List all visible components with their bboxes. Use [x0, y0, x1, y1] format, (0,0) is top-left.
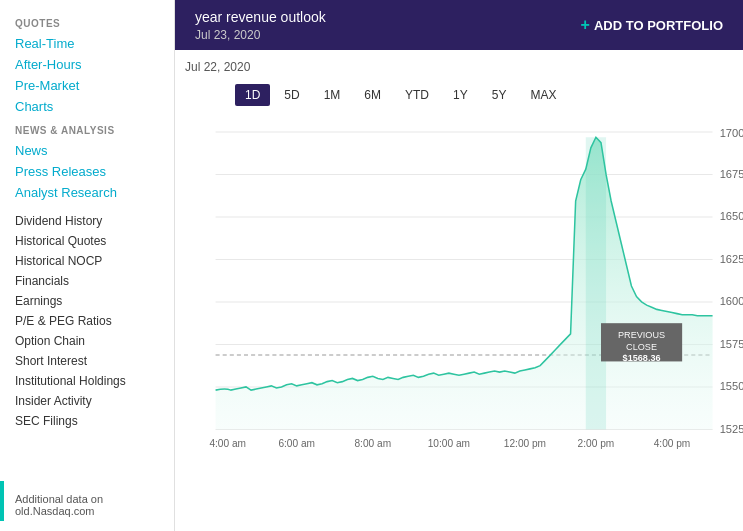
sidebar-item-sec-filings[interactable]: SEC Filings: [0, 411, 174, 431]
sidebar-item-dividend-history[interactable]: Dividend History: [0, 211, 174, 231]
time-btn-max[interactable]: MAX: [520, 84, 566, 106]
svg-text:1675: 1675: [720, 168, 743, 180]
svg-text:6:00 am: 6:00 am: [278, 438, 315, 449]
chart-date-label: Jul 22, 2020: [175, 50, 743, 79]
svg-text:1625: 1625: [720, 253, 743, 265]
news-section-label: NEWS & ANALYSIS: [0, 117, 174, 140]
svg-text:1525: 1525: [720, 423, 743, 435]
svg-text:$1568.36: $1568.36: [623, 353, 661, 363]
svg-text:2:00 pm: 2:00 pm: [578, 438, 615, 449]
sidebar-item-option-chain[interactable]: Option Chain: [0, 331, 174, 351]
sidebar-additional-note: Additional data on old.Nasdaq.com: [0, 485, 174, 525]
sidebar-item-analyst-research[interactable]: Analyst Research: [0, 182, 174, 203]
time-btn-5y[interactable]: 5Y: [482, 84, 517, 106]
sidebar-item-after-hours[interactable]: After-Hours: [0, 54, 174, 75]
header-date: Jul 23, 2020: [195, 28, 326, 42]
sidebar-item-earnings[interactable]: Earnings: [0, 291, 174, 311]
svg-text:1650: 1650: [720, 210, 743, 222]
add-to-portfolio-label: ADD TO PORTFOLIO: [594, 18, 723, 33]
svg-text:4:00 pm: 4:00 pm: [654, 438, 691, 449]
quotes-section-label: QUOTES: [0, 10, 174, 33]
price-chart-svg: 1700 1675 1650 1625 1600 1575 1550 1525: [175, 116, 743, 456]
svg-text:10:00 am: 10:00 am: [428, 438, 470, 449]
time-btn-1m[interactable]: 1M: [314, 84, 351, 106]
header-title: year revenue outlook: [195, 8, 326, 26]
header-title-group: year revenue outlook Jul 23, 2020: [195, 8, 326, 42]
time-btn-6m[interactable]: 6M: [354, 84, 391, 106]
sidebar-item-charts[interactable]: Charts: [0, 96, 174, 117]
svg-text:12:00 pm: 12:00 pm: [504, 438, 546, 449]
header-bar: year revenue outlook Jul 23, 2020 + ADD …: [175, 0, 743, 50]
sidebar-item-short-interest[interactable]: Short Interest: [0, 351, 174, 371]
svg-rect-17: [586, 137, 606, 429]
sidebar-item-historical-quotes[interactable]: Historical Quotes: [0, 231, 174, 251]
add-to-portfolio-button[interactable]: + ADD TO PORTFOLIO: [581, 16, 723, 34]
svg-text:PREVIOUS: PREVIOUS: [618, 330, 665, 340]
time-btn-ytd[interactable]: YTD: [395, 84, 439, 106]
svg-text:CLOSE: CLOSE: [626, 342, 657, 352]
sidebar-item-pe-peg-ratios[interactable]: P/E & PEG Ratios: [0, 311, 174, 331]
time-btn-5d[interactable]: 5D: [274, 84, 309, 106]
svg-text:1700: 1700: [720, 127, 743, 139]
sidebar-item-pre-market[interactable]: Pre-Market: [0, 75, 174, 96]
chart-time-controls: 1D 5D 1M 6M YTD 1Y 5Y MAX: [175, 79, 743, 116]
sidebar-item-institutional-holdings[interactable]: Institutional Holdings: [0, 371, 174, 391]
svg-text:1600: 1600: [720, 295, 743, 307]
chart-area: 1700 1675 1650 1625 1600 1575 1550 1525: [175, 116, 743, 456]
sidebar-item-press-releases[interactable]: Press Releases: [0, 161, 174, 182]
sidebar-item-financials[interactable]: Financials: [0, 271, 174, 291]
plus-icon: +: [581, 16, 590, 34]
time-btn-1y[interactable]: 1Y: [443, 84, 478, 106]
sidebar-footer: Additional data on old.Nasdaq.com: [0, 481, 174, 521]
sidebar-item-real-time[interactable]: Real-Time: [0, 33, 174, 54]
svg-text:1575: 1575: [720, 338, 743, 350]
sidebar-item-news[interactable]: News: [0, 140, 174, 161]
time-btn-1d[interactable]: 1D: [235, 84, 270, 106]
main-content: year revenue outlook Jul 23, 2020 + ADD …: [175, 0, 743, 531]
sidebar-item-historical-nocp[interactable]: Historical NOCP: [0, 251, 174, 271]
sidebar-active-indicator: [0, 481, 4, 521]
svg-text:4:00 am: 4:00 am: [209, 438, 246, 449]
svg-text:8:00 am: 8:00 am: [354, 438, 391, 449]
sidebar-item-insider-activity[interactable]: Insider Activity: [0, 391, 174, 411]
svg-text:1550: 1550: [720, 380, 743, 392]
sidebar: QUOTES Real-Time After-Hours Pre-Market …: [0, 0, 175, 531]
